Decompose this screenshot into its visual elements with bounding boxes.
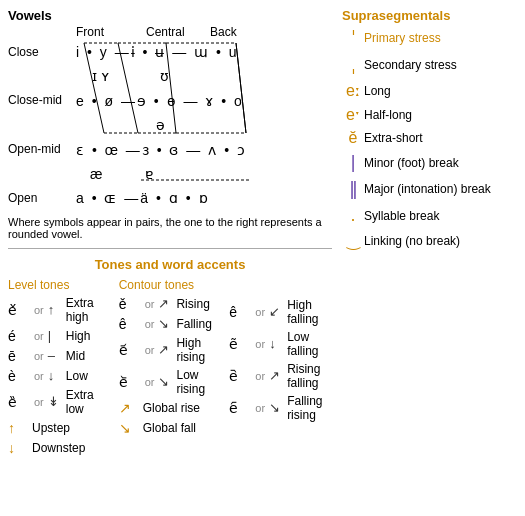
tone-low-rising-label: Low rising: [176, 368, 221, 396]
vowels-title: Vowels: [8, 8, 332, 23]
tone-sym-2: é: [8, 328, 30, 344]
close-label: Close: [8, 43, 76, 62]
ae-symbols: æ ɐ: [76, 163, 153, 185]
divider-1: [8, 248, 332, 249]
tone-sym-4: è: [8, 368, 30, 384]
tone-fr-label: Falling rising: [287, 394, 332, 422]
supraseg-linking: ‿ Linking (no break): [342, 231, 517, 250]
tone-downstep-label: Downstep: [32, 441, 85, 455]
tone-high-falling: ê or ↙ High falling: [229, 298, 332, 326]
extra-short-sym: ĕ: [342, 129, 364, 147]
tone-label-2: High: [66, 329, 91, 343]
tone-global-rise-label: Global rise: [143, 401, 200, 415]
tone-rising-label: Rising: [176, 297, 209, 311]
right-panel: Suprasegmentals ˈ Primary stress ˌ Secon…: [342, 8, 517, 460]
tone-low-rising: e᷅ or ↘ Low rising: [119, 368, 222, 396]
open-mid-label: Open-mid: [8, 140, 76, 159]
supraseg-half-long: eˑ Half-long: [342, 105, 517, 124]
close-symbols: i • y —ɨ • ʉ — ɯ • u: [76, 41, 239, 63]
long-label: Long: [364, 84, 391, 98]
tone-global-fall-label: Global fall: [143, 421, 196, 435]
tone-label-3: Mid: [66, 349, 85, 363]
tone-high-rising-label: High rising: [176, 336, 221, 364]
half-long-label: Half-long: [364, 108, 412, 122]
long-sym: eː: [342, 81, 364, 100]
major-break-label: Major (intonation) break: [364, 182, 491, 196]
open-mid-row: Open-mid ɛ • œ —ɜ • ɞ — ʌ • ɔ: [8, 139, 332, 161]
primary-stress-label: Primary stress: [364, 31, 441, 45]
tones-grid: Level tones è́ or ↑ Extra high é or | H…: [8, 278, 332, 460]
supraseg-primary: ˈ Primary stress: [342, 27, 517, 49]
open-row: Open a • ɶ —ä • ɑ • ɒ: [8, 187, 332, 209]
extra-short-label: Extra-short: [364, 131, 423, 145]
tones-title: Tones and word accents: [8, 257, 332, 272]
ae-row: æ ɐ: [8, 163, 332, 185]
half-long-sym: eˑ: [342, 105, 364, 124]
tone-low-rising-arrow: ↘: [158, 374, 174, 389]
tone-downstep: ↓ Downstep: [8, 440, 111, 456]
left-panel: Vowels Front Central Back: [8, 8, 332, 460]
supraseg-secondary: ˌ Secondary stress: [342, 54, 517, 76]
tone-fr-sym: e᷇: [229, 400, 251, 416]
tone-rf-sym: e᷆: [229, 368, 251, 384]
tone-falling-sym: ê: [119, 316, 141, 332]
tone-low-rising-sym: e᷅: [119, 374, 141, 390]
tone-label-1: Extra high: [66, 296, 111, 324]
close-row: Close i • y —ɨ • ʉ — ɯ • u: [8, 41, 332, 63]
tone-arrow-1: ↑: [48, 302, 64, 317]
vowel-note: Where symbols appear in pairs, the one t…: [8, 216, 332, 240]
tone-upstep-label: Upstep: [32, 421, 70, 435]
tone-high-rising-sym: e᷄: [119, 342, 141, 358]
supraseg-extra-short: ĕ Extra-short: [342, 129, 517, 147]
tone-rising-arrow: ↗: [158, 296, 174, 311]
schwa-symbol: ə: [76, 114, 165, 136]
major-break-sym: ‖: [342, 178, 364, 200]
tone-extra-low: ȅ or ↡ Extra low: [8, 388, 111, 416]
tone-down-arrow: ↓: [8, 440, 30, 456]
tone-hf-arrow: ↙: [269, 304, 285, 319]
tone-high-rising: e᷄ or ↗ High rising: [119, 336, 222, 364]
tone-global-rise-sym: ↗: [119, 400, 141, 416]
tone-rising: ě or ↗ Rising: [119, 296, 222, 312]
tone-global-fall-sym: ↘: [119, 420, 141, 436]
supraseg-minor-break: | Minor (foot) break: [342, 152, 517, 173]
close-mid-symbols: e • ø —ɘ • ɵ — ɤ • o: [76, 90, 244, 112]
supraseg-long: eː Long: [342, 81, 517, 100]
supraseg-major-break: ‖ Major (intonation) break: [342, 178, 517, 200]
tone-lf-arrow: ↓: [269, 336, 285, 351]
tone-lf-label: Low falling: [287, 330, 332, 358]
tone-global-rise: ↗ Global rise: [119, 400, 222, 416]
tone-falling-arrow: ↘: [158, 316, 174, 331]
tone-sym-3: ē: [8, 348, 30, 364]
tone-arrow-5: ↡: [48, 394, 64, 409]
tone-extra-high: è́ or ↑ Extra high: [8, 296, 111, 324]
sub-close-row: ɪ ʏ ʊ: [8, 65, 332, 87]
linking-sym: ‿: [342, 231, 364, 250]
secondary-stress-sym: ˌ: [342, 54, 364, 76]
schwa-row: ə: [8, 114, 332, 136]
tone-arrow-4: ↓: [48, 368, 64, 383]
minor-break-label: Minor (foot) break: [364, 156, 459, 170]
secondary-stress-label: Secondary stress: [364, 58, 457, 72]
open-label: Open: [8, 189, 76, 208]
tone-rising-sym: ě: [119, 296, 141, 312]
close-mid-label: Close-mid: [8, 91, 76, 110]
tone-hf-label: High falling: [287, 298, 332, 326]
tone-mid: ē or – Mid: [8, 348, 111, 364]
tone-hf-sym: ê: [229, 304, 251, 320]
tone-arrow-2: |: [48, 328, 64, 343]
col-back: Back: [210, 25, 237, 39]
main-container: Vowels Front Central Back: [8, 8, 517, 460]
tone-arrow-3: –: [48, 348, 64, 363]
tone-high: é or | High: [8, 328, 111, 344]
tone-label-5: Extra low: [66, 388, 111, 416]
col-front: Front: [76, 25, 146, 39]
tone-rf-arrow: ↗: [269, 368, 285, 383]
open-mid-symbols: ɛ • œ —ɜ • ɞ — ʌ • ɔ: [76, 139, 247, 161]
syllable-break-label: Syllable break: [364, 209, 439, 223]
level-tones-col: Level tones è́ or ↑ Extra high é or | H…: [8, 278, 111, 460]
tone-high-rising-arrow: ↗: [158, 342, 174, 357]
tone-low: è or ↓ Low: [8, 368, 111, 384]
tone-sym-5: ȅ: [8, 394, 30, 410]
contour-tones-title: Contour tones: [119, 278, 222, 292]
